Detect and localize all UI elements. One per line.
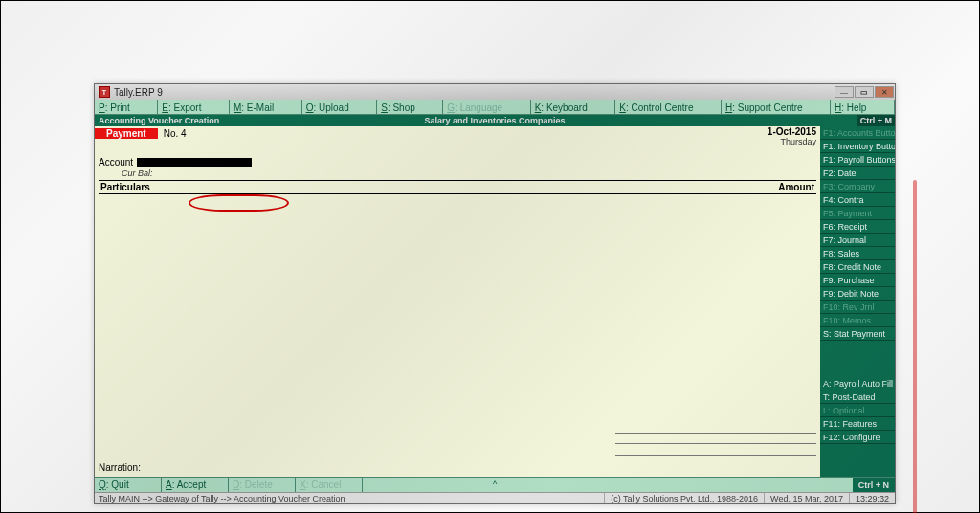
annotation-side-line — [913, 180, 917, 513]
side-f11--features[interactable]: F11: Features — [820, 417, 895, 431]
bottom-accept[interactable]: A: Accept — [162, 478, 229, 492]
side-f8--sales[interactable]: F8: Sales — [820, 247, 895, 260]
breadcrumb-left: Accounting Voucher Creation — [95, 116, 219, 125]
status-path: Tally MAIN --> Gateway of Tally --> Acco… — [95, 493, 604, 503]
company-name: Salary and Inventories Companies — [424, 116, 565, 125]
narration-row: Narration: — [99, 462, 816, 473]
window-title: Tally.ERP 9 — [114, 87, 835, 98]
side-f12--configure[interactable]: F12: Configure — [820, 431, 895, 444]
maximize-button[interactable]: ▭ — [855, 86, 874, 98]
menu-help[interactable]: H: Help — [831, 100, 895, 114]
minimize-button[interactable]: — — [835, 86, 854, 98]
close-button[interactable]: ✕ — [875, 86, 894, 98]
account-label: Account — [99, 157, 133, 167]
current-balance-label: Cur Bal: — [99, 168, 816, 178]
bottom-delete: D: Delete — [229, 478, 296, 492]
menu-shop[interactable]: S: Shop — [377, 100, 443, 114]
menu-upload[interactable]: O: Upload — [302, 100, 378, 114]
side-f10--memos: F10: Memos — [820, 314, 895, 327]
side-f1--inventory-buttons[interactable]: F1: Inventory Buttons — [820, 140, 895, 153]
app-window: T Tally.ERP 9 — ▭ ✕ P: PrintE: ExportM: … — [94, 83, 896, 504]
sidebar: F1: Accounts ButtonsF1: Inventory Button… — [820, 126, 895, 477]
column-header: Particulars Amount — [99, 180, 816, 194]
menu-email[interactable]: M: E-Mail — [230, 100, 302, 114]
menu-supportcentre[interactable]: H: Support Centre — [722, 100, 831, 114]
menu-controlcentre[interactable]: K: Control Centre — [615, 100, 722, 114]
side-f9--purchase[interactable]: F9: Purchase — [820, 274, 895, 287]
status-copyright: (c) Tally Solutions Pvt. Ltd., 1988-2016 — [604, 493, 764, 503]
status-date: Wed, 15 Mar, 2017 — [764, 493, 849, 503]
status-bar: Tally MAIN --> Gateway of Tally --> Acco… — [95, 492, 895, 503]
side-f2--date[interactable]: F2: Date — [820, 167, 895, 180]
voucher-number: No. 4 — [158, 128, 192, 139]
app-icon: T — [99, 86, 110, 98]
voucher-canvas: Payment No. 4 1-Oct-2015 Thursday Accoun… — [95, 126, 820, 477]
side-f4--contra[interactable]: F4: Contra — [820, 193, 895, 207]
side-f1--payroll-buttons[interactable]: F1: Payroll Buttons — [820, 153, 895, 167]
side-f7--journal[interactable]: F7: Journal — [820, 234, 895, 247]
bottom-quit[interactable]: Q: Quit — [95, 478, 162, 492]
narration-label: Narration: — [99, 462, 816, 473]
menu-export[interactable]: E: Export — [158, 100, 230, 114]
menu-print[interactable]: P: Print — [95, 100, 158, 114]
voucher-date: 1-Oct-2015 Thursday — [768, 126, 816, 146]
side-f9--debit-note[interactable]: F9: Debit Note — [820, 287, 895, 301]
side-f5--payment: F5: Payment — [820, 207, 895, 220]
status-time: 13:29:32 — [849, 493, 895, 503]
menu-keyboard[interactable]: K: Keyboard — [531, 100, 616, 114]
bottom-bar: Q: QuitA: AcceptD: DeleteX: Cancel^ Ctrl… — [95, 477, 895, 492]
totals-rules — [615, 433, 816, 456]
side-l--optional: L: Optional — [820, 404, 895, 417]
top-menu: P: PrintE: ExportM: E-MailO: UploadS: Sh… — [95, 100, 895, 115]
side-f6--receipt[interactable]: F6: Receipt — [820, 220, 895, 234]
window-titlebar: T Tally.ERP 9 — ▭ ✕ — [95, 84, 895, 100]
column-amount: Amount — [740, 181, 816, 193]
side-a--payroll-auto-fill[interactable]: A: Payroll Auto Fill — [820, 377, 895, 390]
ctrl-m-hint: Ctrl + M — [858, 115, 895, 126]
bottom-cancel: X: Cancel — [296, 478, 363, 492]
side-s--stat-payment[interactable]: S: Stat Payment — [820, 327, 895, 341]
side-t--post-dated[interactable]: T: Post-Dated — [820, 390, 895, 404]
voucher-type: Payment — [95, 128, 158, 139]
menu-language: G: Language — [443, 100, 530, 114]
expand-caret-icon[interactable]: ^ — [493, 480, 497, 489]
side-f1--accounts-buttons: F1: Accounts Buttons — [820, 126, 895, 140]
account-value-redacted[interactable] — [137, 158, 252, 167]
ctrl-n-hint: Ctrl + N — [853, 478, 895, 492]
side-f8--credit-note[interactable]: F8: Credit Note — [820, 260, 895, 274]
breadcrumb-bar: Accounting Voucher Creation Salary and I… — [95, 115, 895, 126]
column-particulars: Particulars — [99, 181, 740, 193]
account-row: Account Cur Bal: — [99, 157, 816, 178]
side-f3--company: F3: Company — [820, 180, 895, 193]
side-f10--rev-jrnl: F10: Rev Jrnl — [820, 301, 895, 314]
